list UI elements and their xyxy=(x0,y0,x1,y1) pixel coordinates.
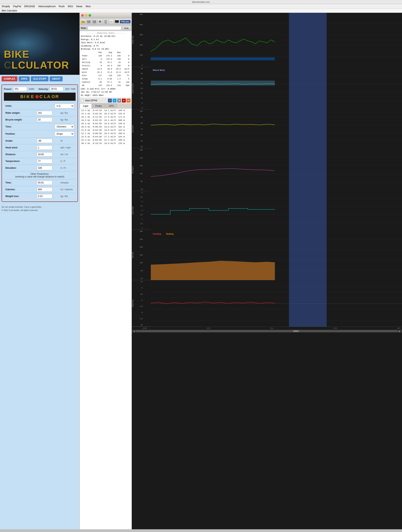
social-icons: f t ✉ P TP xyxy=(108,99,130,102)
main-layout: BIKE CLCULATOR SAMPLES APPS OLD STUFF AB… xyxy=(0,13,402,529)
hero-background: BIKE CLCULATOR xyxy=(0,13,79,75)
minimize-window-button[interactable] xyxy=(85,14,87,17)
svg-rect-0 xyxy=(81,21,85,23)
speed-y-axis: Speed (mph) 40 35 30 25 20 15 10 5 0 xyxy=(132,67,141,110)
list-item[interactable]: 13.4 mi 0:44:20 18.1 mi/h 165 W xyxy=(80,109,131,112)
bicycle-weight-unit: kg / lbs xyxy=(60,118,74,121)
list-item[interactable]: 14.2 mi 0:02:29 20.9 mi/h 243 W xyxy=(80,112,131,115)
tab-peaks[interactable]: Peaks xyxy=(92,103,105,108)
apps-button[interactable]: APPS xyxy=(19,76,30,81)
nav-paypal[interactable]: PayPal xyxy=(13,5,21,8)
list-item[interactable]: 19.5 mi 0:03:33 24.1 mi/h 308 W xyxy=(80,119,131,122)
samples-button[interactable]: SAMPLES xyxy=(1,76,18,81)
time-input[interactable] xyxy=(37,181,52,185)
rider-weight-unit: kg / lbs xyxy=(60,112,74,114)
svg-marker-35 xyxy=(151,81,275,85)
bicycle-weight-input[interactable] xyxy=(37,118,52,122)
nav-woo[interactable]: Woo xyxy=(86,5,91,8)
x-label-2: 13.2 xyxy=(207,327,210,329)
list-item[interactable]: 22.1 mi 0:00:50 10.3 mi/h 289 W xyxy=(80,132,131,135)
save-button[interactable] xyxy=(86,19,91,24)
stats-climbing: Climbing: 0 ft xyxy=(81,44,130,48)
table-row: Power168275.3336W xyxy=(81,54,130,57)
table-row: Wind19.321.022.0mi/h xyxy=(81,71,130,74)
tab-laps[interactable]: Laps xyxy=(80,103,92,108)
maximize-window-button[interactable] xyxy=(89,14,91,17)
nav-news[interactable]: News xyxy=(76,5,83,8)
table-row: Aero0142.9158W xyxy=(81,58,130,61)
distance-input[interactable] xyxy=(37,152,52,157)
nav-drudge[interactable]: DRUDGE xyxy=(24,5,35,8)
grade-label: Grade: xyxy=(6,139,29,142)
nav-velocompforum[interactable]: Velocompforum xyxy=(38,5,56,8)
list-item[interactable]: 20.6 mi 0:00:59 19.8 mi/h 281 W xyxy=(80,125,131,129)
nav-rush[interactable]: Rush xyxy=(59,5,64,8)
nav-wsj[interactable]: WSJ xyxy=(68,5,73,8)
note-button[interactable]: Note xyxy=(122,26,130,30)
svg-text:Braking: Braking xyxy=(166,233,173,235)
temperature-input[interactable] xyxy=(37,159,52,163)
position-select[interactable]: Drops Hoods Tops xyxy=(55,132,74,136)
list-item[interactable]: 18.1 mi 0:13:20 17.5 mi/h 171 W xyxy=(80,115,131,119)
list-item[interactable]: 23.5 mi 0:04:50 17.2 mi/h 164 W xyxy=(80,135,131,139)
nav-shopify[interactable]: Shopify xyxy=(1,5,10,8)
scroll-track[interactable] xyxy=(136,330,398,332)
svg-text:Coasting: Coasting xyxy=(153,233,161,235)
distance-label: Distance: xyxy=(6,153,29,156)
headwind-input[interactable] xyxy=(37,146,52,150)
footer-line2: © 2012 Curt Austin, all rights reserved. xyxy=(1,209,78,212)
list-item[interactable]: 21.9 mi 0:04:39 16.6 mi/h 153 W xyxy=(80,129,131,132)
distance-unit: km / mi xyxy=(60,153,74,156)
svg-rect-3 xyxy=(88,20,89,21)
list-item[interactable]: 20.3 mi 0:02:56 16.0 mi/h 156 W xyxy=(80,122,131,125)
dfpm-checkbox[interactable] xyxy=(81,99,83,102)
close-window-button[interactable] xyxy=(81,14,84,17)
tires-row: Tires: Clinchers Tubulars xyxy=(4,123,76,130)
elevation-input[interactable] xyxy=(37,166,52,170)
power-input[interactable] xyxy=(13,87,27,91)
velocity-label: Velocity: xyxy=(38,88,49,90)
email-icon[interactable]: ✉ xyxy=(117,99,121,102)
list-item[interactable]: 30.4 mi 0:19:19 16.0 mi/h 133 W xyxy=(80,142,131,145)
svg-rect-72 xyxy=(289,280,327,327)
usb-button[interactable] xyxy=(98,19,102,24)
gear-chart-wrapper: Gear Ratio 5 4.5 4 3.5 3 2.5 2 1.5 1 xyxy=(132,191,402,230)
svg-text:Wheel  Wind: Wheel Wind xyxy=(153,69,165,71)
screen-button[interactable] xyxy=(115,19,119,24)
about-button[interactable]: ABOUT xyxy=(50,76,63,81)
velocity-input[interactable] xyxy=(50,87,63,91)
list-item[interactable]: 25.3 mi 0:04:56 22.2 mi/h 160 W xyxy=(80,139,131,142)
stats-panel: ---------Selection Stats--------- Distan… xyxy=(80,31,132,98)
arrow-button[interactable]: → xyxy=(109,19,114,24)
calories-input[interactable] xyxy=(37,187,52,192)
old-stuff-button[interactable]: OLD STUFF xyxy=(31,76,48,81)
tp-icon[interactable]: TP xyxy=(127,99,130,102)
grade-input[interactable] xyxy=(37,139,52,143)
footer: Do not create enemies. Carry a good tube… xyxy=(0,203,79,214)
scroll-left-button[interactable]: ◀ xyxy=(133,330,136,332)
open-folder-button[interactable] xyxy=(81,19,86,24)
power-group: Power: watts xyxy=(4,87,34,91)
units-select[interactable]: U.S. Metric xyxy=(55,104,74,108)
scroll-right-button[interactable]: ▶ xyxy=(398,330,401,332)
save-as-button[interactable] xyxy=(92,19,97,24)
weight-loss-input[interactable] xyxy=(37,194,52,198)
device-button[interactable] xyxy=(103,19,108,24)
laps-list: 13.4 mi 0:44:20 18.1 mi/h 165 W 14.2 mi … xyxy=(80,108,132,529)
print-icon[interactable]: P xyxy=(122,99,126,102)
ride-label: Ride: xyxy=(81,27,87,29)
scroll-thumb[interactable] xyxy=(293,330,299,332)
facebook-icon[interactable]: f xyxy=(108,99,112,102)
tab-gps[interactable]: GPS xyxy=(105,103,117,108)
cad-y-labels: 100 90 80 70 60 50 40 xyxy=(134,110,143,148)
gear-y-title: Gear Ratio xyxy=(132,191,134,230)
power-chart-svg xyxy=(151,13,402,67)
twitter-icon[interactable]: t xyxy=(113,99,116,102)
logo-b: BI xyxy=(20,94,26,99)
rider-weight-input[interactable] xyxy=(37,111,52,115)
table-row: HR125126.6129bpm xyxy=(81,84,130,87)
hr-chart-section: HR (bpm) 160 140 120 100 80 70 xyxy=(132,148,402,191)
ride-input[interactable] xyxy=(88,26,121,30)
tires-select[interactable]: Clinchers Tubulars xyxy=(55,124,74,129)
pstroke-brand: PStroke xyxy=(120,20,130,23)
